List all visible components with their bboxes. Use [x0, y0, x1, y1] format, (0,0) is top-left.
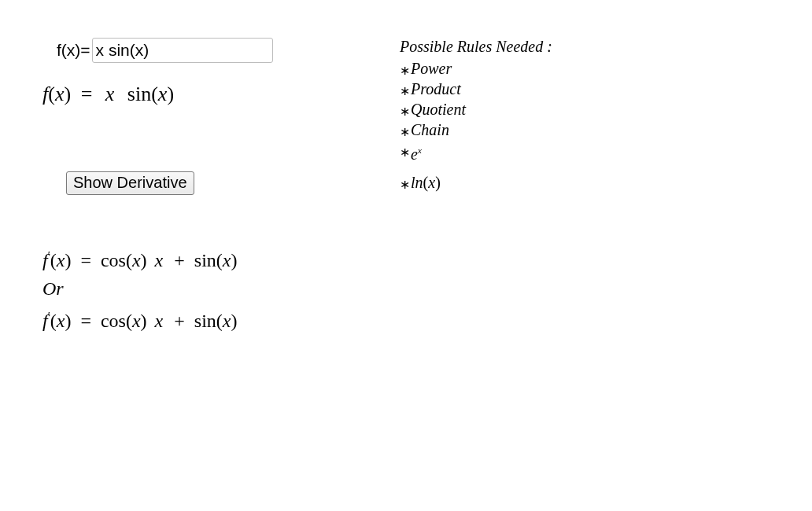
rule-quotient-label: Quotient — [411, 101, 466, 118]
rule-ex: ∗ex — [400, 140, 552, 164]
d1-f: f — [42, 250, 48, 270]
function-input[interactable] — [92, 38, 273, 63]
fn-arg: x — [55, 83, 65, 105]
rule-ex-e: e — [411, 145, 418, 163]
d2-cos-open: ( — [126, 311, 132, 331]
d2-cos-close: ) — [141, 311, 147, 331]
rules-panel: Possible Rules Needed : ∗Power ∗Product … — [400, 36, 552, 193]
d2-arg: x — [57, 311, 65, 331]
d2-f: f — [42, 311, 48, 331]
d2-open: ( — [50, 311, 57, 331]
d1-cos: cos — [101, 250, 126, 270]
d1-arg: x — [57, 250, 65, 270]
d2-sin-close: ) — [231, 311, 237, 331]
d2-sin-arg: x — [223, 311, 231, 331]
d1-x: x — [155, 250, 164, 270]
rule-ex-sup: x — [418, 145, 422, 155]
fn-body-close: ) — [167, 83, 174, 105]
d2-sin-open: ( — [216, 311, 223, 331]
rule-chain: ∗Chain — [400, 119, 552, 140]
fn-body-open: ( — [151, 83, 158, 105]
rule-chain-label: Chain — [411, 121, 449, 138]
d1-sin-close: ) — [231, 250, 237, 270]
rule-power: ∗Power — [400, 58, 552, 79]
rule-ln: ∗ln(x) — [400, 172, 552, 193]
d2-cos-arg: x — [132, 311, 141, 331]
d1-cos-open: ( — [126, 250, 132, 270]
d1-eq: = — [80, 250, 91, 270]
d1-cos-close: ) — [141, 250, 147, 270]
show-derivative-button[interactable]: Show Derivative — [66, 171, 194, 195]
d2-sin: sin — [194, 311, 216, 331]
d1-sin: sin — [194, 250, 216, 270]
d1-plus: + — [174, 250, 185, 270]
fn-body-x: x — [105, 83, 115, 105]
function-display: f(x) = x sin(x) — [42, 83, 174, 106]
rules-title: Possible Rules Needed : — [400, 36, 552, 57]
rule-ln-fn: ln — [411, 174, 423, 191]
fn-body-sin: sin — [127, 83, 151, 105]
asterisk-icon: ∗ — [400, 175, 410, 195]
rule-quotient: ∗Quotient — [400, 99, 552, 119]
d1-cos-arg: x — [132, 250, 141, 270]
fn-close: ) — [64, 83, 71, 105]
d2-close: ) — [65, 311, 71, 331]
function-input-label: f(x)= — [57, 41, 90, 60]
function-input-row: f(x)= — [57, 38, 273, 63]
d1-sin-open: ( — [216, 250, 223, 270]
asterisk-icon: ∗ — [400, 142, 410, 163]
rule-ln-close: ) — [435, 174, 441, 191]
d1-open: ( — [50, 250, 57, 270]
d1-close: ) — [65, 250, 71, 270]
d1-sin-arg: x — [223, 250, 231, 270]
derivative-block: f′(x) = cos(x) x + sin(x) Or f′(x) = cos… — [42, 242, 237, 335]
rule-power-label: Power — [411, 60, 452, 77]
rule-ln-arg: x — [428, 174, 435, 191]
rule-product: ∗Product — [400, 79, 552, 99]
rule-product-label: Product — [411, 80, 461, 97]
rules-list: ∗Power ∗Product ∗Quotient ∗Chain ∗ex ∗ln… — [400, 58, 552, 193]
d2-eq: = — [80, 311, 91, 331]
fn-body-arg: x — [158, 83, 168, 105]
fn-open: ( — [48, 83, 55, 105]
derivative-line-2: f′(x) = cos(x) x + sin(x) — [42, 303, 237, 335]
d2-x: x — [155, 311, 164, 331]
derivative-or: Or — [42, 274, 237, 303]
fn-eq: = — [81, 83, 93, 105]
derivative-line-1: f′(x) = cos(x) x + sin(x) — [42, 242, 237, 274]
d2-cos: cos — [101, 311, 126, 331]
d2-plus: + — [174, 311, 185, 331]
